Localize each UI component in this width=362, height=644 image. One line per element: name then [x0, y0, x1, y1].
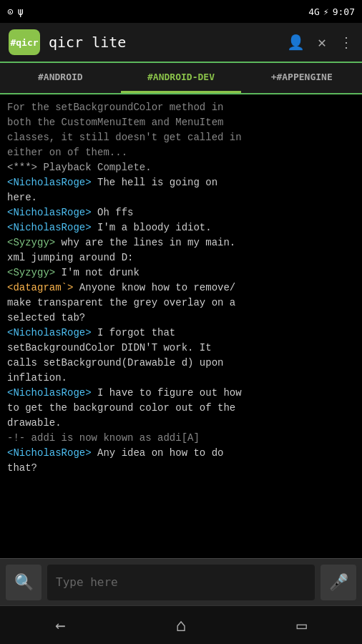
mic-icon: 🎤 [329, 573, 348, 592]
search-icon: 🔍 [14, 573, 34, 592]
user-icon[interactable]: 👤 [287, 34, 305, 51]
android-icon: ⊙ [7, 6, 13, 17]
app-logo: #qicr [9, 29, 40, 55]
search-button[interactable]: 🔍 [6, 565, 41, 600]
time-label: 9:07 [333, 6, 355, 17]
nav-bar: ← ⌂ ▭ [0, 605, 362, 644]
close-icon[interactable]: ✕ [318, 34, 326, 51]
tab-android[interactable]: #ANDROID [0, 63, 121, 93]
status-bar-right: 4G ⚡ 9:07 [308, 6, 355, 17]
back-button[interactable]: ← [41, 610, 79, 641]
status-bar-left: ⊙ ψ [7, 6, 24, 17]
recent-button[interactable]: ▭ [282, 610, 321, 641]
home-button[interactable]: ⌂ [162, 610, 200, 641]
usb-icon: ψ [17, 6, 23, 17]
message-input[interactable] [47, 565, 315, 600]
app-title: qicr lite [49, 34, 287, 51]
input-area: 🔍 🎤 [0, 558, 362, 605]
logo-text: #qicr [10, 37, 38, 48]
chat-area: For the setBackgroundColor method in bot… [0, 94, 362, 558]
tab-android-dev[interactable]: #ANDROID-DEV [121, 63, 242, 93]
title-bar: #qicr qicr lite 👤 ✕ ⋮ [0, 23, 362, 63]
status-bar: ⊙ ψ 4G ⚡ 9:07 [0, 0, 362, 23]
mic-button[interactable]: 🎤 [321, 565, 356, 600]
battery-icon: ⚡ [323, 6, 329, 17]
signal-label: 4G [308, 6, 320, 17]
title-bar-icons: 👤 ✕ ⋮ [287, 34, 353, 51]
tab-appengine[interactable]: +#APPENGINE [241, 63, 362, 93]
tabs-bar: #ANDROID #ANDROID-DEV +#APPENGINE [0, 63, 362, 94]
menu-icon[interactable]: ⋮ [339, 34, 353, 51]
chat-messages: For the setBackgroundColor method in bot… [7, 100, 355, 476]
